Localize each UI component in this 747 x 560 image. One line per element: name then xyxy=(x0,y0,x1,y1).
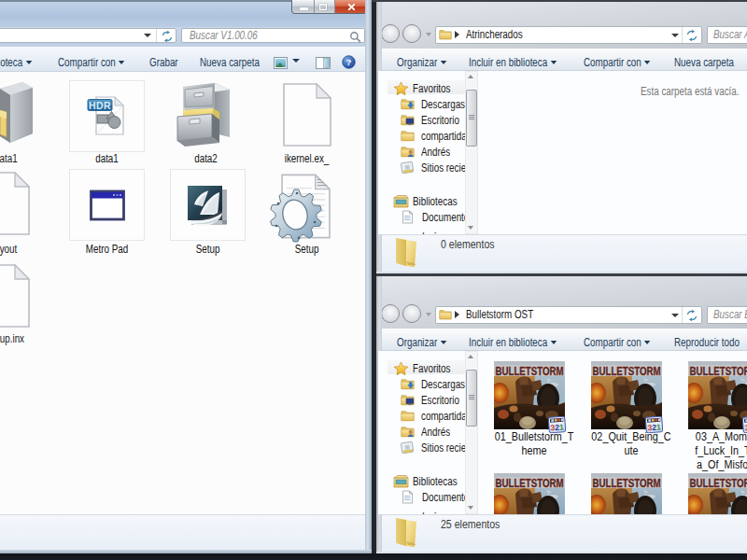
svg-text:BULLETSTORM: BULLETSTORM xyxy=(496,477,564,490)
svg-text:BULLETSTORM: BULLETSTORM xyxy=(496,365,564,378)
svg-text:HDR: HDR xyxy=(89,100,111,111)
svg-text:BULLETSTORM: BULLETSTORM xyxy=(593,477,661,490)
svg-text:?: ? xyxy=(346,57,352,67)
svg-text:BULLETSTORM: BULLETSTORM xyxy=(593,365,661,378)
svg-text:BULLETSTORM: BULLETSTORM xyxy=(690,477,747,490)
svg-text:BULLETSTORM: BULLETSTORM xyxy=(690,365,747,378)
